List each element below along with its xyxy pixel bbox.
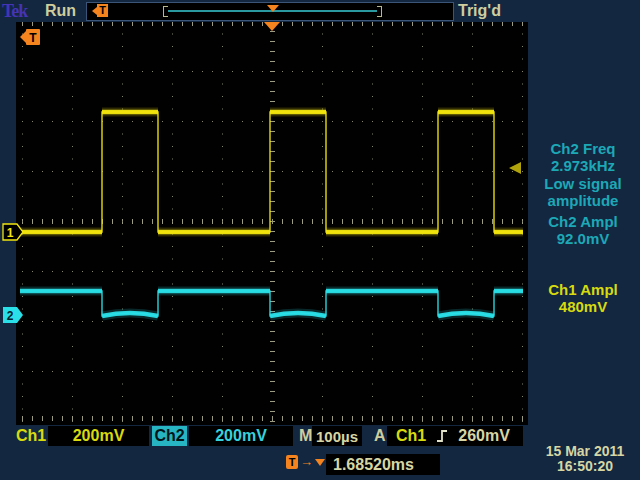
tek-logo: Tek (2, 1, 27, 22)
trigger-t-icon: T (286, 455, 298, 469)
ch2-scale-readout: 200mV (189, 426, 293, 446)
trigger-status: Trig'd (458, 2, 501, 20)
date-value: 15 Mar 2011 (532, 444, 638, 459)
graticule-area (16, 22, 528, 425)
ch1-scale-value: 200mV (73, 427, 125, 445)
trigger-a-label: A (374, 427, 386, 445)
warning-line1: Low signal (528, 175, 638, 192)
ch2-ampl-label: Ch2 Ampl (528, 213, 638, 230)
ch2-ampl-value: 92.0mV (528, 230, 638, 247)
ch1-scale-readout: 200mV (48, 426, 149, 446)
trigger-level: 260mV (458, 427, 510, 445)
timebase-label: M (299, 427, 312, 445)
top-status-bar: Tek Run T Trig'd (0, 0, 640, 22)
ch2-label-chip: Ch2 (152, 426, 187, 446)
trigger-source: Ch1 (396, 427, 426, 445)
timebase-readout: 100µs (312, 426, 362, 446)
arrow-right-icon: → (300, 455, 313, 469)
record-view-bar: T (86, 2, 454, 21)
record-trigger-position-icon (267, 5, 279, 12)
svg-text:2: 2 (7, 309, 14, 323)
time-value: 16:50:20 (532, 459, 638, 474)
datetime-readout: 15 Mar 2011 16:50:20 (532, 444, 638, 474)
delay-value: 1.68520ms (333, 456, 414, 474)
ch2-scale-value: 200mV (215, 427, 267, 445)
delay-marker-icon: T → (286, 455, 325, 469)
window-bracket-right-icon (377, 6, 382, 17)
ch2-label: Ch2 (154, 427, 184, 445)
acquisition-status: Run (45, 2, 76, 20)
timebase-value: 100µs (316, 428, 358, 445)
delay-readout: 1.68520ms (326, 454, 440, 475)
ch1-ampl-value: 480mV (528, 298, 638, 315)
ch1-label: Ch1 (16, 427, 46, 445)
ch2-freq-label: Ch2 Freq (528, 140, 638, 157)
trigger-t-icon: T (92, 4, 108, 17)
ch2-freq-value: 2.973kHz (528, 157, 638, 174)
trigger-readout: Ch1 260mV (387, 426, 523, 446)
warning-line2: amplitude (528, 192, 638, 209)
ch1-ampl-label: Ch1 Ampl (528, 281, 638, 298)
triangle-down-icon (315, 459, 325, 466)
svg-text:1: 1 (7, 226, 14, 240)
oscilloscope-screen: 12T Tek Run T Trig'd Ch2 Freq 2.973kHz L… (0, 0, 640, 480)
rising-edge-icon (435, 428, 449, 444)
